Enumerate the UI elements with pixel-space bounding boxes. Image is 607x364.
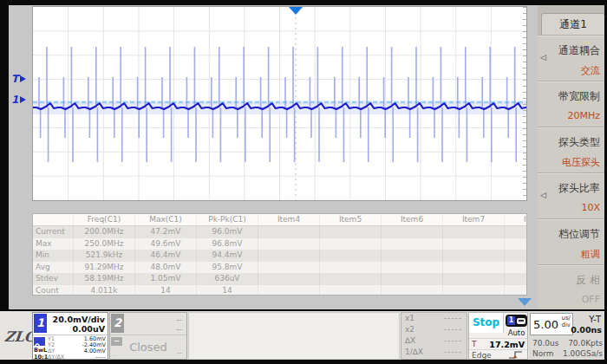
row-label: Min [33,250,73,262]
channel-marker-label: 1 [11,94,18,106]
table-cell [504,262,527,274]
menu-item-value: 交流 [538,64,600,77]
channel2-value1: -- [176,315,182,324]
trigger-level-row: T 17.2mV [469,338,527,350]
menu-item-3[interactable]: ◁探头比率10X [538,172,605,218]
menu-item-value: 10X [538,202,600,213]
table-cell [258,238,319,250]
trigger-mode: Auto [506,328,527,337]
table-cell: Max(C1) [134,214,196,225]
table-row: Stdev58.19MHz1.05mV636uV [33,273,526,285]
menu-item-4[interactable]: 档位调节粗调 [538,218,605,264]
menu-item-5[interactable]: 反 相OFF [538,264,605,310]
channel2-status-box[interactable]: 2 -- -- − Closed -·- -- [109,312,187,360]
table-cell [442,273,504,285]
menu-item-0[interactable]: ◁通道耦合交流 [538,35,605,81]
table-cell: 521.9kHz [73,250,134,262]
bezel [0,360,607,364]
table-cell [258,262,319,274]
menu-item-label: 档位调节 [538,219,600,242]
table-cell [504,238,527,250]
trigger-position-marker[interactable] [289,7,303,15]
status-bar: ZLG® 1 20.0mV/div 0.00uV BwL 10:1 Y11.60… [0,309,607,362]
table-cell [381,273,442,285]
table-row: Count4.011k1414 [33,285,526,296]
timebase-scale-box[interactable]: 5.00 us/ div [530,313,573,335]
right-edge-ticks [523,7,526,200]
empty-status-panel [188,312,400,360]
table-cell: 49.6mV [134,238,196,250]
table-cell: 636uV [196,273,258,285]
cursor-x-row: x1----- [401,313,467,324]
table-cell [258,285,319,296]
table-cell: 1.05mV [134,273,196,285]
menu-header: 通道1 [538,5,605,35]
record-window: 70.0us [532,338,558,348]
table-cell: Pk-Pk(C1) [196,214,258,225]
table-cell [381,285,442,296]
table-cell: 46.4mV [134,250,196,262]
acquire-row: Norm 1.00GSa/s [529,348,605,359]
table-cell: 250.0MHz [73,238,134,250]
menu-title: 通道1 [541,13,605,35]
menu-item-2[interactable]: 探头类型电压探头 [538,127,605,172]
table-cell: 95.8mV [196,262,258,274]
table-cell [442,262,504,274]
trigger-source-box[interactable]: 1 [506,315,527,327]
timebase-scale: 5.00 [533,318,558,331]
table-cell [504,273,527,285]
table-cell [504,250,527,262]
bandwidth-limit-flag: BwL [34,347,47,354]
table-cell: 94.4mV [196,250,258,262]
waveform-canvas [33,7,526,200]
table-row: Min521.9kHz46.4mV94.4mV [33,250,526,262]
right-arrow-icon [20,75,26,82]
table-cell [319,238,381,250]
menu-item-1[interactable]: 带宽限制20MHz [538,81,605,127]
row-label: Max [33,238,73,250]
menu-item-label: 反 相 [538,265,600,288]
math-left-mark: -·- [112,352,117,358]
table-cell [258,226,319,238]
table-cell [319,262,381,274]
submenu-arrow-icon: ◁ [540,191,546,199]
trigger-source-badge: 1 [507,316,515,325]
menu-item-label: 通道耦合 [538,36,600,58]
channel1-status-box[interactable]: 1 20.0mV/div 0.00uV BwL 10:1 Y11.60mVY2-… [32,312,108,360]
table-cell [381,226,442,238]
cursor-y-readout: Y11.60mVY2-2.40mV∆Y4.00mV∆Y/∆X----- [48,336,106,361]
table-header-row: Freq(C1)Max(C1)Pk-Pk(C1)Item4Item5Item6I… [33,214,526,226]
waveform-display[interactable] [32,6,527,201]
channel2-value2: -- [176,324,182,334]
table-cell [319,273,381,285]
bezel [0,0,9,310]
channel-menu: 通道1 ◁通道耦合交流带宽限制20MHz探头类型电压探头◁探头比率10X档位调节… [538,5,605,310]
right-arrow-icon [20,96,26,103]
cursor-x-row: x2----- [401,324,467,335]
timebase-status-box[interactable]: 5.00 us/ div Y-T 0.00ns 70.0us 70.0Kpts … [529,312,605,360]
display-mode: Y-T [589,315,601,324]
measurement-table: Freq(C1)Max(C1)Pk-Pk(C1)Item4Item5Item6I… [32,213,527,296]
run-stop-indicator[interactable]: Stop [469,313,504,333]
cursor-x-row: ∆X----- [401,335,467,347]
cursor-x-readout[interactable]: x1-----x2-----∆X-----1/∆X----- [401,312,467,360]
table-cell [442,250,504,262]
row-label: Current [33,226,73,238]
table-expand-arrow-icon[interactable] [518,298,532,306]
table-cell [442,285,504,296]
channel1-zero-marker[interactable]: 1 [11,94,26,106]
menu-item-value: 20MHz [538,110,600,121]
table-cell: 96.8mV [196,238,258,250]
table-cell [258,273,319,285]
table-cell: 48.0mV [134,262,196,274]
trigger-marker-label: T [11,73,18,85]
table-cell: Item4 [258,214,319,225]
table-cell: 58.19MHz [73,273,134,285]
trigger-level-marker[interactable]: T [11,73,26,85]
table-cell: Item5 [319,214,381,225]
table-row: Current200.0MHz47.2mV96.0mV [33,226,526,238]
menu-item-label: 探头类型 [538,127,600,150]
record-points: 70.0Kpts [568,338,603,348]
channel1-badge: 1 [34,314,47,333]
trigger-status-box[interactable]: Stop 1 Auto T 17.2mV Edge [468,312,528,360]
